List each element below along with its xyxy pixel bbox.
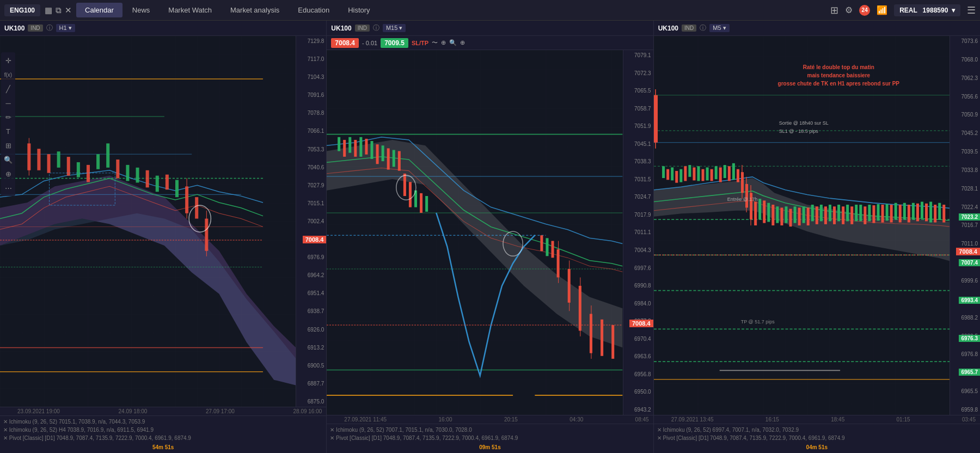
svg-rect-128 xyxy=(785,206,787,223)
crosshair-icon[interactable]: ⊕ xyxy=(441,39,446,46)
toolbar-fx[interactable]: f(x) xyxy=(2,69,14,81)
nav-tab-marketanalysis[interactable]: Market analysis xyxy=(222,3,288,17)
price-tick: 6951.4 xyxy=(298,290,324,296)
toolbar-measure[interactable]: ⊞ xyxy=(2,139,14,151)
wave-icon[interactable]: 〜 xyxy=(432,39,438,47)
account-number: 1988590 xyxy=(923,7,948,14)
svg-rect-27 xyxy=(156,176,159,192)
svg-rect-67 xyxy=(546,238,549,256)
close-icon[interactable]: ✕ xyxy=(65,5,72,15)
chart-info-3[interactable]: ⓘ xyxy=(700,23,706,33)
chart-body-3[interactable]: Raté le double top du matin mais tendanc… xyxy=(654,36,980,415)
menu-icon[interactable]: ☰ xyxy=(967,4,976,16)
toolbar-cursor[interactable]: ✛ xyxy=(2,54,14,66)
chart-timer-1: 54m 51s xyxy=(152,444,174,450)
ichimoku-info-3: ✕ Ichimoku (9, 26, 52) 6997.4, 7007.1, n… xyxy=(657,426,977,434)
chart-info-1[interactable]: ⓘ xyxy=(46,23,53,33)
sell-price-2[interactable]: 7008.4 xyxy=(331,38,359,48)
chart-header-3: UK100 IND ⓘ M5 ▾ xyxy=(654,21,980,36)
account-info[interactable]: REAL 1988590 ▾ xyxy=(894,4,960,16)
nav-right: ⊞ ⚙ 24 📶 REAL 1988590 ▾ ☰ xyxy=(830,4,976,16)
nav-tab-education[interactable]: Education xyxy=(289,3,338,17)
chart-tf-1[interactable]: H1 ▾ xyxy=(56,24,75,32)
svg-rect-61 xyxy=(403,174,406,196)
toolbar-zoom[interactable]: 🔍 xyxy=(2,154,14,166)
svg-rect-57 xyxy=(382,145,384,161)
chart-tf-3[interactable]: M5 ▾ xyxy=(709,24,729,32)
sltp-badge-2[interactable]: SL/TP xyxy=(412,40,428,46)
chart-body-2[interactable]: 7079.1 7072.3 7065.5 7058.7 7051.9 7045.… xyxy=(327,50,653,415)
svg-rect-154 xyxy=(898,205,901,223)
svg-rect-134 xyxy=(811,205,813,221)
chart-timer-3: 04m 51s xyxy=(806,444,828,450)
svg-rect-158 xyxy=(916,204,919,222)
chart-badge-ind-2: IND xyxy=(355,25,370,32)
svg-rect-126 xyxy=(776,206,779,223)
chart-info-2[interactable]: ⓘ xyxy=(373,23,379,33)
notification-badge[interactable]: 24 xyxy=(859,5,870,16)
zoom-out-icon[interactable]: 🔍 xyxy=(449,39,457,46)
add-icon[interactable]: ⊕ xyxy=(460,39,465,46)
instrument-badge[interactable]: ENG100 xyxy=(4,4,40,16)
green-label-6976: 6976.3 xyxy=(959,335,980,342)
chart-panel-1: UK100 IND ⓘ H1 ▾ ✛ f(x) ╱ ─ ✏ T ⊞ 🔍 ⊕ ⋯ xyxy=(0,21,327,453)
price-tick: 7027.9 xyxy=(298,182,324,188)
svg-rect-151 xyxy=(885,204,888,221)
svg-rect-52 xyxy=(354,140,357,157)
chart-svg-1 xyxy=(0,36,296,407)
buy-price-2[interactable]: 7009.5 xyxy=(381,38,408,48)
price-tick: 6976.9 xyxy=(298,254,324,260)
svg-rect-123 xyxy=(763,200,765,223)
svg-rect-124 xyxy=(767,203,770,222)
price-tick: 7104.3 xyxy=(298,74,324,80)
svg-rect-122 xyxy=(758,199,761,219)
toolbar-pencil[interactable]: ✏ xyxy=(2,111,14,123)
toolbar-more[interactable]: ⋯ xyxy=(2,182,14,194)
chart-icon[interactable]: ▦ xyxy=(45,5,52,15)
nav-tab-calendar[interactable]: Calendar xyxy=(76,3,122,17)
copy-icon[interactable]: ⧉ xyxy=(56,5,62,15)
pivot-info-1: ✕ Pivot [Classic] [D1] 7048.9, 7087.4, 7… xyxy=(3,434,323,442)
current-price-label-2: 7008.4 xyxy=(629,320,653,327)
svg-rect-160 xyxy=(925,204,928,222)
time-label: 23.09.2021 19:00 xyxy=(17,408,60,414)
svg-rect-145 xyxy=(859,205,862,221)
price-tick: 7078.8 xyxy=(298,110,324,116)
svg-rect-100 xyxy=(675,171,678,183)
nav-tab-news[interactable]: News xyxy=(124,3,159,17)
chart-symbol-3: UK100 xyxy=(658,25,678,32)
toolbar-hline[interactable]: ─ xyxy=(2,97,14,109)
chart-bottom-3: ✕ Ichimoku (9, 26, 52) 6997.4, 7007.1, n… xyxy=(654,424,980,453)
green-label-7023: 7023.2 xyxy=(959,213,980,221)
toolbar-text[interactable]: T xyxy=(2,125,14,137)
green-label-6965: 6965.7 xyxy=(959,369,980,376)
nav-tabs: Calendar News Market Watch Market analys… xyxy=(76,3,379,17)
svg-rect-50 xyxy=(344,140,346,157)
toolbar-line[interactable]: ╱ xyxy=(2,83,14,95)
svg-rect-23 xyxy=(116,160,119,179)
current-price-label-3: 7008.4 xyxy=(956,248,980,255)
svg-rect-32 xyxy=(195,197,198,218)
settings-icon[interactable]: ⚙ xyxy=(845,5,853,15)
svg-rect-21 xyxy=(96,154,100,169)
svg-rect-98 xyxy=(666,169,669,180)
svg-rect-20 xyxy=(87,165,90,182)
time-label: 27.09.2021 13:45 xyxy=(671,417,714,423)
svg-rect-15 xyxy=(37,149,40,170)
chart-symbol-2: UK100 xyxy=(331,25,351,32)
nav-tab-marketwatch[interactable]: Market Watch xyxy=(160,3,220,17)
toolbar-magnet[interactable]: ⊕ xyxy=(2,168,14,180)
chart-tf-2[interactable]: M15 ▾ xyxy=(383,24,406,32)
svg-rect-66 xyxy=(541,235,543,251)
svg-rect-136 xyxy=(820,205,823,221)
price-tick: 6913.2 xyxy=(298,345,324,351)
chart-body-1[interactable]: ✛ f(x) ╱ ─ ✏ T ⊞ 🔍 ⊕ ⋯ xyxy=(0,36,326,407)
time-label: 27.09 17:00 xyxy=(206,408,235,414)
layout-icon[interactable]: ⊞ xyxy=(830,4,838,16)
time-label: 01:15 xyxy=(897,417,910,423)
nav-tab-history[interactable]: History xyxy=(339,3,378,17)
svg-rect-164 xyxy=(942,205,945,223)
price-toolbar-2: 7008.4 - 0.01 7009.5 SL/TP 〜 ⊕ 🔍 ⊕ xyxy=(327,36,653,50)
chart-bottom-1: ✕ Ichimoku (9, 26, 52) 7015.1, 7038.9, n… xyxy=(0,415,326,453)
top-nav: ENG100 ▦ ⧉ ✕ Calendar News Market Watch … xyxy=(0,0,980,21)
